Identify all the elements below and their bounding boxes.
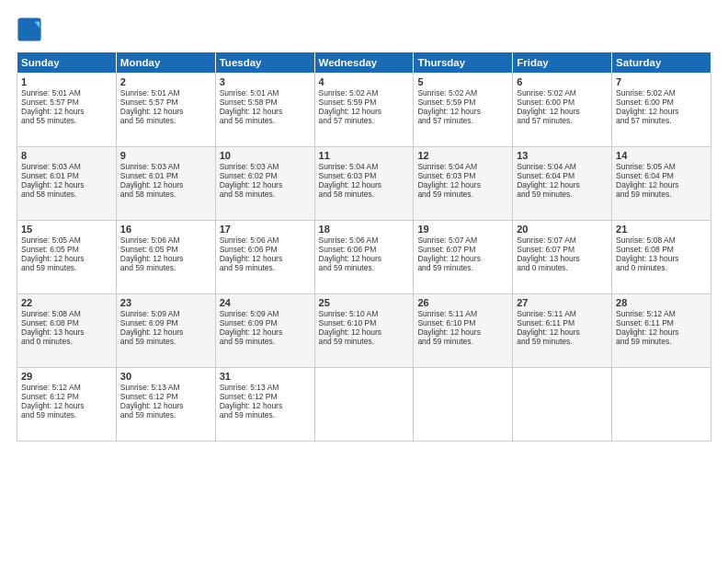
- day-info: and 59 minutes.: [319, 263, 410, 272]
- col-header-wednesday: Wednesday: [314, 52, 414, 74]
- logo-icon: [17, 17, 42, 42]
- day-info: Daylight: 12 hours: [120, 401, 211, 410]
- calendar-cell: 8Sunrise: 5:03 AMSunset: 6:01 PMDaylight…: [17, 147, 117, 221]
- calendar-cell: 15Sunrise: 5:05 AMSunset: 6:05 PMDayligh…: [17, 221, 117, 294]
- day-info: and 59 minutes.: [517, 190, 608, 199]
- day-info: Daylight: 12 hours: [21, 401, 112, 410]
- day-number: 9: [120, 150, 211, 161]
- day-number: 24: [220, 297, 311, 308]
- day-info: Daylight: 13 hours: [517, 254, 608, 263]
- day-info: Daylight: 12 hours: [417, 254, 508, 263]
- day-number: 25: [319, 297, 410, 308]
- day-info: Sunrise: 5:03 AM: [220, 162, 311, 171]
- day-number: 31: [220, 371, 311, 382]
- day-info: Daylight: 12 hours: [616, 327, 707, 337]
- day-info: Sunrise: 5:03 AM: [120, 162, 211, 171]
- calendar-cell: [414, 368, 513, 442]
- day-info: Sunset: 6:07 PM: [417, 245, 508, 254]
- day-info: Daylight: 12 hours: [517, 107, 608, 116]
- day-info: Sunset: 6:11 PM: [616, 318, 707, 327]
- day-info: Sunrise: 5:10 AM: [319, 309, 410, 318]
- calendar-cell: 21Sunrise: 5:08 AMSunset: 6:08 PMDayligh…: [612, 221, 711, 294]
- day-info: Daylight: 12 hours: [319, 254, 410, 263]
- calendar-cell: 27Sunrise: 5:11 AMSunset: 6:11 PMDayligh…: [513, 294, 612, 368]
- day-number: 8: [21, 150, 112, 161]
- day-info: and 55 minutes.: [21, 116, 112, 125]
- day-info: and 59 minutes.: [220, 410, 311, 419]
- calendar-cell: 25Sunrise: 5:10 AMSunset: 6:10 PMDayligh…: [314, 294, 414, 368]
- day-number: 10: [220, 150, 311, 161]
- day-info: Sunrise: 5:06 AM: [120, 236, 211, 245]
- day-info: Daylight: 12 hours: [120, 107, 211, 116]
- day-number: 27: [517, 297, 608, 308]
- day-info: and 58 minutes.: [319, 190, 410, 199]
- day-info: Sunset: 6:04 PM: [616, 171, 707, 180]
- day-info: Sunset: 6:12 PM: [21, 392, 112, 401]
- day-info: Daylight: 13 hours: [21, 327, 112, 337]
- day-info: Sunrise: 5:07 AM: [417, 236, 508, 245]
- calendar-cell: 22Sunrise: 5:08 AMSunset: 6:08 PMDayligh…: [17, 294, 117, 368]
- day-info: and 59 minutes.: [517, 337, 608, 346]
- day-info: Sunrise: 5:12 AM: [616, 309, 707, 318]
- col-header-thursday: Thursday: [414, 52, 513, 74]
- day-info: Sunset: 6:02 PM: [220, 171, 311, 180]
- calendar-cell: 19Sunrise: 5:07 AMSunset: 6:07 PMDayligh…: [414, 221, 513, 294]
- calendar-cell: 20Sunrise: 5:07 AMSunset: 6:07 PMDayligh…: [513, 221, 612, 294]
- day-info: Daylight: 12 hours: [220, 180, 311, 190]
- day-info: and 59 minutes.: [220, 263, 311, 272]
- day-info: Sunset: 6:12 PM: [120, 392, 211, 401]
- calendar-cell: 28Sunrise: 5:12 AMSunset: 6:11 PMDayligh…: [612, 294, 711, 368]
- day-info: Daylight: 12 hours: [120, 180, 211, 190]
- col-header-tuesday: Tuesday: [215, 52, 314, 74]
- day-info: Sunset: 6:07 PM: [517, 245, 608, 254]
- day-info: and 57 minutes.: [517, 116, 608, 125]
- calendar-cell: 6Sunrise: 5:02 AMSunset: 6:00 PMDaylight…: [513, 74, 612, 147]
- day-info: Sunset: 6:05 PM: [120, 245, 211, 254]
- day-info: Sunrise: 5:05 AM: [616, 162, 707, 171]
- day-number: 20: [517, 224, 608, 235]
- day-info: Daylight: 13 hours: [616, 254, 707, 263]
- day-info: Sunset: 5:59 PM: [319, 98, 410, 107]
- day-number: 7: [616, 76, 707, 87]
- day-info: Sunset: 6:09 PM: [220, 318, 311, 327]
- header: [17, 17, 711, 42]
- day-info: Sunset: 5:57 PM: [120, 98, 211, 107]
- day-number: 19: [417, 224, 508, 235]
- calendar-cell: 16Sunrise: 5:06 AMSunset: 6:05 PMDayligh…: [116, 221, 215, 294]
- day-info: and 58 minutes.: [220, 190, 311, 199]
- day-info: Daylight: 12 hours: [21, 254, 112, 263]
- col-header-saturday: Saturday: [612, 52, 711, 74]
- day-info: Daylight: 12 hours: [120, 254, 211, 263]
- day-info: Sunrise: 5:01 AM: [120, 88, 211, 98]
- day-info: Sunset: 6:04 PM: [517, 171, 608, 180]
- day-number: 18: [319, 224, 410, 235]
- day-info: and 59 minutes.: [417, 190, 508, 199]
- day-info: Daylight: 12 hours: [319, 180, 410, 190]
- day-info: and 59 minutes.: [417, 263, 508, 272]
- calendar-cell: 13Sunrise: 5:04 AMSunset: 6:04 PMDayligh…: [513, 147, 612, 221]
- day-info: Sunset: 6:12 PM: [220, 392, 311, 401]
- calendar-cell: 4Sunrise: 5:02 AMSunset: 5:59 PMDaylight…: [314, 74, 414, 147]
- day-info: Sunset: 6:00 PM: [517, 98, 608, 107]
- day-info: Sunrise: 5:05 AM: [21, 236, 112, 245]
- calendar-cell: 2Sunrise: 5:01 AMSunset: 5:57 PMDaylight…: [116, 74, 215, 147]
- day-info: Sunrise: 5:02 AM: [517, 88, 608, 98]
- day-info: and 59 minutes.: [220, 337, 311, 346]
- day-number: 30: [120, 371, 211, 382]
- day-info: Sunset: 6:00 PM: [616, 98, 707, 107]
- calendar-cell: 17Sunrise: 5:06 AMSunset: 6:06 PMDayligh…: [215, 221, 314, 294]
- calendar-cell: 26Sunrise: 5:11 AMSunset: 6:10 PMDayligh…: [414, 294, 513, 368]
- day-info: Daylight: 12 hours: [417, 107, 508, 116]
- day-info: Sunset: 6:05 PM: [21, 245, 112, 254]
- day-info: Daylight: 12 hours: [220, 254, 311, 263]
- day-info: and 59 minutes.: [616, 190, 707, 199]
- day-info: Sunrise: 5:06 AM: [319, 236, 410, 245]
- calendar-cell: 14Sunrise: 5:05 AMSunset: 6:04 PMDayligh…: [612, 147, 711, 221]
- calendar-cell: 1Sunrise: 5:01 AMSunset: 5:57 PMDaylight…: [17, 74, 117, 147]
- calendar-cell: 23Sunrise: 5:09 AMSunset: 6:09 PMDayligh…: [116, 294, 215, 368]
- day-number: 4: [319, 76, 410, 87]
- day-number: 29: [21, 371, 112, 382]
- day-info: Sunrise: 5:04 AM: [517, 162, 608, 171]
- day-number: 12: [417, 150, 508, 161]
- calendar-cell: 9Sunrise: 5:03 AMSunset: 6:01 PMDaylight…: [116, 147, 215, 221]
